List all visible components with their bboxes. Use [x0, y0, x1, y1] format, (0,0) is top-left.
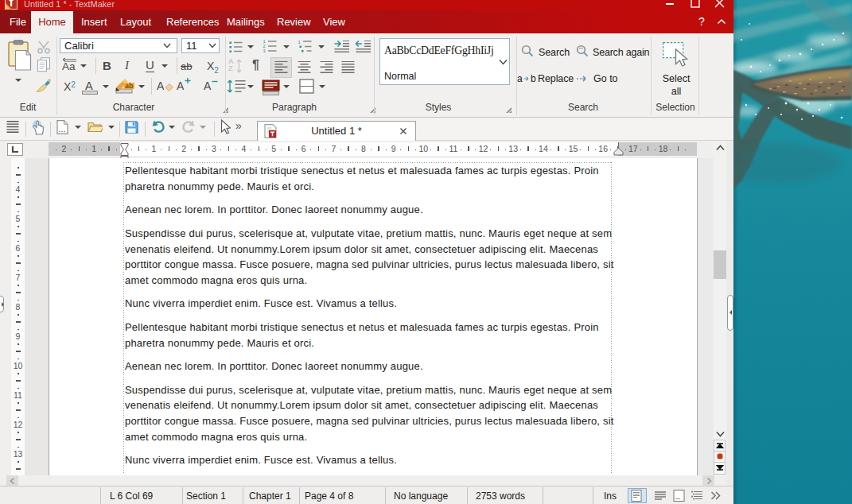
- svg-text:1: 1: [298, 40, 302, 45]
- svg-text:ab: ab: [125, 82, 134, 90]
- svg-text:3: 3: [263, 48, 266, 52]
